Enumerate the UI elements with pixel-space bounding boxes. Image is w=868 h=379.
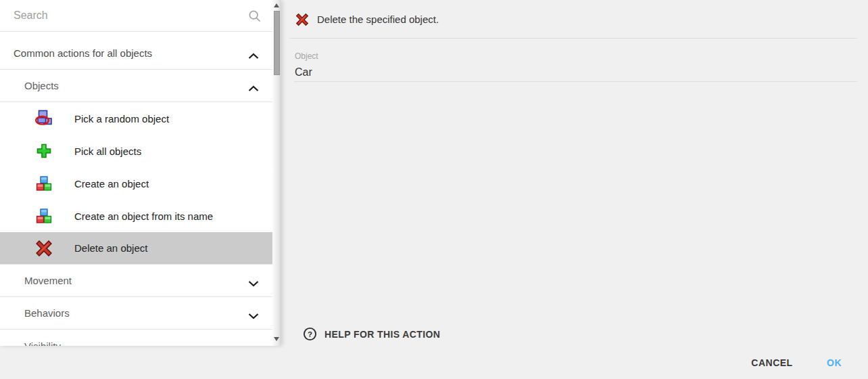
action-item-label: Pick all objects xyxy=(74,146,141,157)
header-divider xyxy=(289,38,857,39)
search-icon xyxy=(247,9,262,24)
scroll-up-arrow-icon[interactable] xyxy=(274,3,279,7)
category-movement[interactable]: Movement xyxy=(0,265,272,297)
category-visibility-label: Visibility xyxy=(24,340,61,347)
action-item-label: Create an object xyxy=(74,178,149,190)
section-common-actions-label: Common actions for all objects xyxy=(14,47,152,59)
action-item-delete-object[interactable]: Delete an object xyxy=(0,232,272,265)
pick-all-objects-icon xyxy=(35,142,53,160)
help-button-label: HELP FOR THIS ACTION xyxy=(324,329,440,340)
help-circle-icon: ? xyxy=(303,327,317,341)
category-behaviors-label: Behaviors xyxy=(24,307,70,319)
action-item-label: Delete an object xyxy=(74,242,147,254)
cancel-button[interactable]: CANCEL xyxy=(738,351,806,375)
category-behaviors[interactable]: Behaviors xyxy=(0,297,272,330)
action-editor-panel: Delete the specified object. Object ? HE… xyxy=(281,0,868,346)
action-title: Delete the specified object. xyxy=(317,0,439,39)
action-item-label: Create an object from its name xyxy=(74,210,213,222)
create-object-from-name-icon xyxy=(35,207,53,225)
ok-button[interactable]: OK xyxy=(810,351,859,375)
object-field-input[interactable] xyxy=(295,65,849,80)
search-input[interactable] xyxy=(14,0,237,31)
pick-random-object-icon xyxy=(35,110,53,127)
sidebar-scrollbar[interactable] xyxy=(272,0,281,346)
chevron-up-icon xyxy=(247,83,260,89)
delete-object-icon xyxy=(35,240,53,257)
action-item-pick-all-objects[interactable]: Pick all objects xyxy=(0,135,272,167)
category-movement-label: Movement xyxy=(24,275,72,286)
svg-text:?: ? xyxy=(308,330,312,338)
actions-list: Common actions for all objects Objects xyxy=(0,32,272,346)
action-header: Delete the specified object. xyxy=(281,0,868,39)
action-item-create-object-from-name[interactable]: Create an object from its name xyxy=(0,200,272,232)
category-visibility[interactable]: Visibility xyxy=(0,330,272,346)
help-button[interactable]: ? HELP FOR THIS ACTION xyxy=(303,326,440,342)
chevron-up-icon xyxy=(247,50,260,57)
scroll-down-arrow-icon[interactable] xyxy=(274,337,279,341)
chevron-down-icon xyxy=(247,277,260,284)
category-objects[interactable]: Objects xyxy=(0,70,272,102)
object-field-underline xyxy=(294,81,857,82)
dialog-footer: CANCEL OK xyxy=(0,346,868,379)
action-item-create-object[interactable]: Create an object xyxy=(0,167,272,200)
object-field-label: Object xyxy=(295,51,318,61)
create-object-icon xyxy=(35,175,53,192)
action-item-label: Pick a random object xyxy=(74,113,169,125)
actions-sidebar: Common actions for all objects Objects xyxy=(0,0,281,346)
action-item-pick-random-object[interactable]: Pick a random object xyxy=(0,102,272,135)
search-bar xyxy=(0,0,272,32)
category-objects-label: Objects xyxy=(24,80,59,91)
delete-object-icon xyxy=(295,13,309,26)
scrollbar-thumb[interactable] xyxy=(274,11,280,75)
section-common-actions[interactable]: Common actions for all objects xyxy=(0,37,272,70)
chevron-down-icon xyxy=(247,310,260,317)
